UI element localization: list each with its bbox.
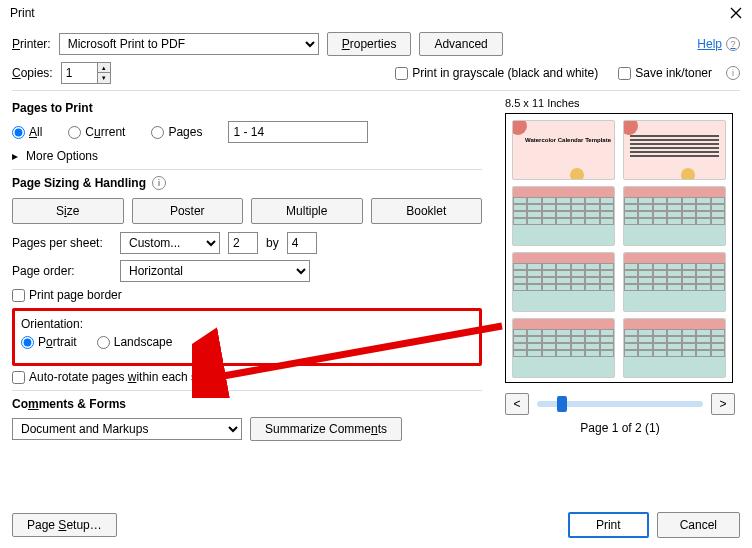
preview-slide	[623, 120, 726, 180]
properties-button[interactable]: Properties	[327, 32, 412, 56]
pages-to-print-title: Pages to Print	[12, 101, 482, 115]
preview-slide	[623, 186, 726, 246]
multiple-button[interactable]: Multiple	[251, 198, 363, 224]
saveink-checkbox[interactable]: Save ink/toner	[618, 66, 712, 80]
order-label: Page order:	[12, 264, 112, 278]
preview-slide	[512, 318, 615, 378]
copies-down-button[interactable]: ▼	[98, 73, 110, 83]
copies-up-button[interactable]: ▲	[98, 63, 110, 73]
autorotate-checkbox[interactable]: Auto-rotate pages within each sheet	[12, 370, 482, 384]
help-link[interactable]: Help?	[697, 37, 740, 51]
pps-height-input[interactable]	[287, 232, 317, 254]
sizing-title: Page Sizing & Handling i	[12, 176, 482, 190]
chevron-right-icon: ▸	[12, 149, 18, 163]
preview-slide	[512, 252, 615, 312]
by-label: by	[266, 236, 279, 250]
close-icon[interactable]	[726, 3, 746, 23]
page-info: Page 1 of 2 (1)	[505, 421, 735, 435]
page-setup-button[interactable]: Page Setup…	[12, 513, 117, 537]
page-range-input[interactable]	[228, 121, 368, 143]
order-select[interactable]: Horizontal	[120, 260, 310, 282]
window-title: Print	[10, 6, 35, 20]
next-page-button[interactable]: >	[711, 393, 735, 415]
comments-title: Comments & Forms	[12, 397, 482, 411]
preview-slide	[512, 186, 615, 246]
booklet-button[interactable]: Booklet	[371, 198, 483, 224]
portrait-radio[interactable]: Portrait	[21, 335, 77, 349]
comments-select[interactable]: Document and Markups	[12, 418, 242, 440]
poster-button[interactable]: Poster	[132, 198, 244, 224]
advanced-button[interactable]: Advanced	[419, 32, 502, 56]
printer-select[interactable]: Microsoft Print to PDF	[59, 33, 319, 55]
pps-label: Pages per sheet:	[12, 236, 112, 250]
preview-slide: Watercolor Calendar Template	[512, 120, 615, 180]
more-options-toggle[interactable]: ▸ More Options	[12, 149, 482, 163]
copies-label: Copies:	[12, 66, 53, 80]
preview-slide	[623, 252, 726, 312]
copies-input[interactable]	[61, 62, 97, 84]
orientation-highlight: Orientation: Portrait Landscape	[12, 308, 482, 366]
print-page-border-checkbox[interactable]: Print page border	[12, 288, 482, 302]
help-icon: ?	[726, 37, 740, 51]
preview-slider[interactable]	[537, 401, 703, 407]
info-icon[interactable]: i	[726, 66, 740, 80]
print-preview: Watercolor Calendar Template	[505, 113, 733, 383]
pages-radio[interactable]: Pages	[151, 125, 202, 139]
preview-size-label: 8.5 x 11 Inches	[505, 97, 735, 109]
current-radio[interactable]: Current	[68, 125, 125, 139]
printer-label: Printer:	[12, 37, 51, 51]
cancel-button[interactable]: Cancel	[657, 512, 740, 538]
summarize-button[interactable]: Summarize Comments	[250, 417, 402, 441]
pps-select[interactable]: Custom...	[120, 232, 220, 254]
size-button[interactable]: Size	[12, 198, 124, 224]
orientation-title: Orientation:	[21, 317, 473, 331]
pps-width-input[interactable]	[228, 232, 258, 254]
all-radio[interactable]: All	[12, 125, 42, 139]
grayscale-checkbox[interactable]: Print in grayscale (black and white)	[395, 66, 598, 80]
info-icon[interactable]: i	[152, 176, 166, 190]
prev-page-button[interactable]: <	[505, 393, 529, 415]
landscape-radio[interactable]: Landscape	[97, 335, 173, 349]
print-button[interactable]: Print	[568, 512, 649, 538]
preview-slide	[623, 318, 726, 378]
